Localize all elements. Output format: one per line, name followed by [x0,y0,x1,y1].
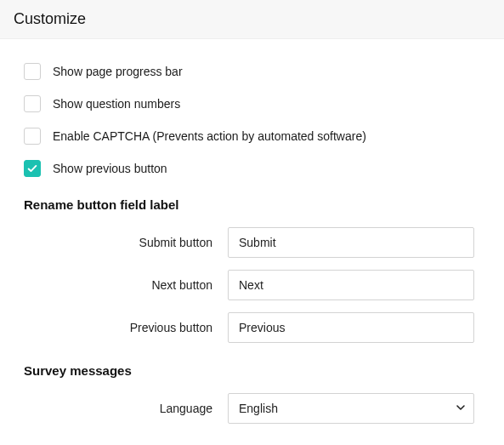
option-show-progress-bar[interactable]: Show page progress bar [24,63,480,80]
language-label: Language [24,402,228,415]
field-row-submit: Submit button [24,227,480,258]
panel-content: Show page progress bar Show question num… [0,39,504,445]
page-title: Customize [14,10,490,28]
checkbox-icon [24,128,41,145]
language-select-wrap: English [228,393,474,424]
option-label: Show previous button [53,162,167,175]
option-enable-captcha[interactable]: Enable CAPTCHA (Prevents action by autom… [24,128,480,145]
checkbox-icon [24,160,41,177]
previous-button-label: Previous button [24,321,228,334]
checkbox-icon [24,63,41,80]
check-icon [26,163,38,174]
submit-button-label: Submit button [24,236,228,249]
option-label: Enable CAPTCHA (Prevents action by autom… [53,129,366,143]
next-button-input[interactable] [228,270,474,300]
field-row-next: Next button [24,270,480,300]
language-select[interactable]: English [228,393,474,424]
checkbox-icon [24,95,41,112]
option-show-previous-button[interactable]: Show previous button [24,160,480,177]
rename-section-heading: Rename button field label [24,197,480,212]
option-label: Show page progress bar [53,65,183,78]
messages-section-heading: Survey messages [24,363,480,378]
next-button-label: Next button [24,278,228,292]
field-row-language: Language English [24,393,480,424]
submit-button-input[interactable] [228,227,474,258]
option-show-question-numbers[interactable]: Show question numbers [24,95,480,112]
previous-button-input[interactable] [228,312,474,343]
option-label: Show question numbers [53,97,180,111]
field-row-previous: Previous button [24,312,480,343]
panel-header: Customize [0,0,504,39]
